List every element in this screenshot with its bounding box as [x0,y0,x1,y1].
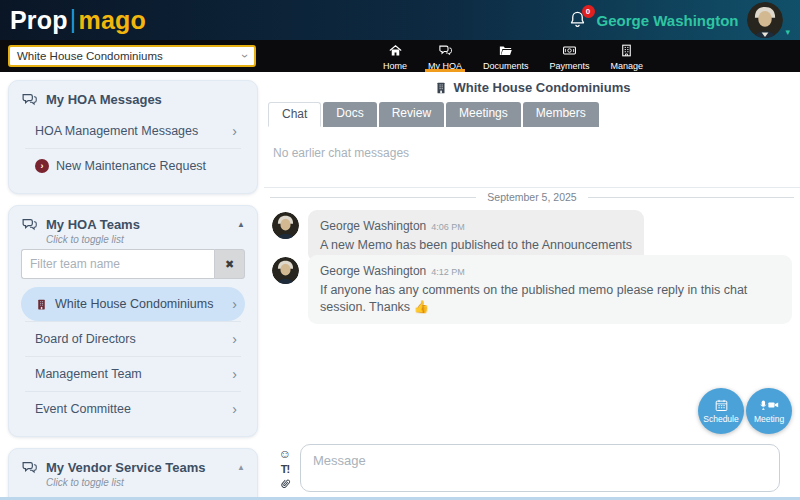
clear-filter-button[interactable]: ✖ [214,249,245,279]
sidebar-item-new-maintenance-request[interactable]: › New Maintenance Request [21,149,245,183]
meeting-button[interactable]: Meeting [746,388,792,434]
hoa-messages-panel: My HOA Messages HOA Management Messages … [8,80,258,194]
nav-item-documents[interactable]: Documents [480,40,532,72]
messages-top-divider [264,187,800,188]
tab-bar: Chat Docs Review Meetings Members [268,102,599,127]
chat-bubbles-icon [21,91,38,108]
property-selector-value: White House Condominiums [17,50,163,62]
tab-docs[interactable]: Docs [323,102,376,127]
propmago-app: Prop | mago 0 George Washington ▾ White … [0,0,800,500]
team-item-event-committee[interactable]: Event Committee › [21,392,245,426]
message-composer: ☺ T! [277,444,780,493]
nav-item-home[interactable]: Home [380,40,410,72]
team-item-board-of-directors[interactable]: Board of Directors › [21,322,245,356]
top-header: Prop | mago 0 George Washington ▾ [0,0,800,40]
collapse-caret-icon[interactable]: ▲ [237,220,245,229]
chevron-right-icon: › [232,296,237,312]
chevron-right-icon: › [232,123,237,139]
vendor-teams-header[interactable]: My Vendor Service Teams ▲ [21,459,245,476]
hoa-title: White House Condominiums [264,80,800,95]
user-menu[interactable]: 0 George Washington ▾ [568,2,790,38]
message-text: If anyone has any comments on the publis… [320,282,780,316]
chat-bubbles-icon [438,43,453,60]
hoa-teams-header[interactable]: My HOA Teams ▲ [21,216,245,233]
team-filter: ✖ [21,249,245,279]
chat-bubbles-icon [21,459,38,476]
nav-menu: Home My HOA Documents Payments Manage [380,40,646,72]
date-divider-text: September 5, 2025 [487,191,576,203]
user-menu-caret-icon: ▾ [785,27,790,37]
chat-bubbles-icon [21,216,38,233]
nav-item-payments[interactable]: Payments [547,40,593,72]
collapse-caret-icon[interactable]: ▲ [237,463,245,472]
building-icon [35,298,48,311]
logo-divider: | [70,5,77,34]
message-avatar [272,257,299,284]
logo-text-prop: Prop [10,6,68,35]
tab-members[interactable]: Members [523,102,599,127]
user-name[interactable]: George Washington [597,12,739,29]
folder-icon [498,43,513,60]
message-author: George Washington [320,219,426,233]
message-input[interactable] [300,444,780,492]
message-avatar [272,212,299,239]
tab-meetings[interactable]: Meetings [446,102,521,127]
composer-tools: ☺ T! [277,444,293,493]
message-text: A new Memo has been published to the Ann… [320,237,632,254]
main-content: White House Condominiums Chat Docs Revie… [264,72,800,497]
chevron-right-icon: › [232,366,237,382]
message-time: 4:06 PM [431,222,465,232]
chevron-right-icon: › [232,401,237,417]
notification-bell-icon[interactable]: 0 [568,10,588,30]
panel-title: My Vendor Service Teams [46,460,205,475]
attachment-paperclip-icon[interactable] [279,477,292,493]
message-bubble: George Washington4:12 PM If anyone has a… [308,255,792,324]
circle-arrow-icon: › [35,159,49,173]
app-logo: Prop | mago [10,6,146,35]
message-author: George Washington [320,264,426,278]
message-time: 4:12 PM [431,267,465,277]
text-format-icon[interactable]: T! [281,463,289,475]
team-item-white-house-condominiums[interactable]: White House Condominiums › [21,287,245,321]
no-earlier-messages-text: No earlier chat messages [273,146,409,160]
mic-camera-icon [760,398,779,413]
team-item-management-team[interactable]: Management Team › [21,357,245,391]
schedule-button[interactable]: Schedule [698,388,744,434]
hoa-title-text: White House Condominiums [454,80,631,95]
selector-chevron-icon: › [239,54,251,58]
money-icon [562,43,577,60]
panel-subtitle: Click to toggle list [46,234,245,245]
team-filter-input[interactable] [21,249,214,279]
building-icon [619,43,634,60]
user-avatar[interactable] [747,2,783,38]
panel-subtitle: Click to toggle list [46,477,245,488]
nav-item-manage[interactable]: Manage [608,40,647,72]
date-divider: September 5, 2025 [270,191,794,203]
home-icon [388,43,403,60]
x-icon: ✖ [225,258,234,271]
chat-message: George Washington4:12 PM If anyone has a… [272,255,792,324]
vendor-teams-panel: My Vendor Service Teams ▲ Click to toggl… [8,448,258,497]
calendar-icon [712,398,731,413]
sidebar: My HOA Messages HOA Management Messages … [0,72,264,497]
property-selector[interactable]: White House Condominiums › [8,45,256,67]
tab-chat[interactable]: Chat [268,102,321,127]
building-icon [434,81,448,95]
tab-review[interactable]: Review [379,102,444,127]
chat-action-buttons: Schedule Meeting [698,388,792,434]
sidebar-item-hoa-management-messages[interactable]: HOA Management Messages › [21,114,245,148]
notification-badge: 0 [582,5,595,18]
panel-title: My HOA Teams [46,217,140,232]
nav-item-my-hoa[interactable]: My HOA [425,40,465,72]
emoji-icon[interactable]: ☺ [279,448,291,461]
hoa-messages-header: My HOA Messages [21,91,245,108]
hoa-teams-panel: My HOA Teams ▲ Click to toggle list ✖ Wh… [8,205,258,437]
panel-title: My HOA Messages [46,92,162,107]
logo-text-mago: mago [78,6,145,35]
nav-bar: White House Condominiums › Home My HOA D… [0,40,800,72]
chevron-right-icon: › [232,331,237,347]
